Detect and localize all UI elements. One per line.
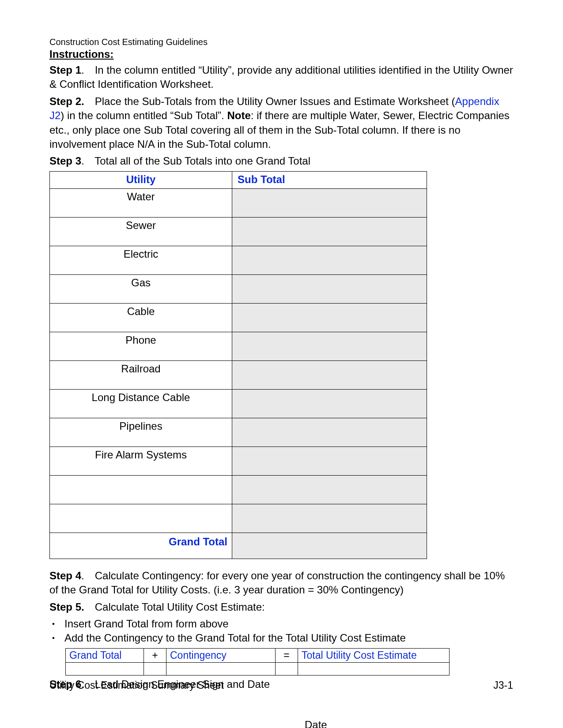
note-label: Note [227,109,250,121]
calc-total-label: Total Utility Cost Estimate [298,648,450,662]
utility-name: Fire Alarm Systems [50,447,232,475]
step-4: Step 4. Calculate Contingency: for every… [49,569,513,597]
step-1-label: Step 1 [49,64,81,76]
calc-contingency-label: Contingency [166,648,276,662]
subtotal-cell[interactable] [232,504,427,533]
subtotal-cell[interactable] [232,274,427,303]
utility-name: Cable [50,303,232,332]
step-1-text: . In the column entitled “Utility”, prov… [49,64,513,90]
subtotal-cell[interactable] [232,389,427,418]
utility-name: Gas [50,274,232,303]
calc-grand-total-label: Grand Total [66,648,144,662]
equals-operator: = [276,648,298,662]
signature-row: Date [49,719,513,728]
footer-page-number: J3-1 [493,679,513,691]
step-4-text: . Calculate Contingency: for every one y… [49,570,505,596]
calc-total-value[interactable] [298,662,450,675]
subtotal-cell[interactable] [232,217,427,246]
subtotal-cell[interactable] [232,188,427,217]
blank-cell [144,662,166,675]
step-2-text-b: ) in the column entitled “Sub Total”. [60,109,227,121]
subtotal-cell[interactable] [232,475,427,504]
calc-grand-total-value[interactable] [66,662,144,675]
calc-contingency-value[interactable] [166,662,276,675]
step-5-bullets: Insert Grand Total from form above Add t… [49,617,513,645]
step-3: Step 3. Total all of the Sub Totals into… [49,154,513,168]
bullet-item: Add the Contingency to the Grand Total f… [49,631,513,645]
subtotal-cell[interactable] [232,360,427,389]
utility-name: Sewer [50,217,232,246]
date-label: Date [305,719,327,728]
col-header-subtotal: Sub Total [232,171,427,188]
subtotal-cell[interactable] [232,246,427,274]
blank-cell [276,662,298,675]
step-3-text: . Total all of the Sub Totals into one G… [81,155,310,167]
subtotal-cell[interactable] [232,447,427,475]
utility-subtotal-table: Utility Sub Total Water Sewer Electric G… [49,171,427,559]
instructions-heading: Instructions: [49,48,513,60]
step-2-text-a: Place the Sub-Totals from the Utility Ow… [84,95,455,107]
calculation-table: Grand Total + Contingency = Total Utilit… [65,648,450,675]
subtotal-cell[interactable] [232,332,427,360]
col-header-utility: Utility [50,171,232,188]
footer-title: Utility Cost Estimation Summary Sheet [49,679,224,691]
step-2-label: Step 2. [49,95,84,107]
step-2: Step 2. Place the Sub-Totals from the Ut… [49,94,513,152]
page-footer: Utility Cost Estimation Summary Sheet J3… [49,679,513,691]
utility-name: Railroad [50,360,232,389]
grand-total-label: Grand Total [50,533,232,559]
grand-total-cell[interactable] [232,533,427,559]
signature-line[interactable] [49,721,297,728]
step-1: Step 1. In the column entitled “Utility”… [49,63,513,92]
utility-name: Electric [50,246,232,274]
subtotal-cell[interactable] [232,418,427,447]
utility-name: Water [50,188,232,217]
document-header: Construction Cost Estimating Guidelines [49,37,513,47]
date-line[interactable] [335,721,410,728]
plus-operator: + [144,648,166,662]
utility-name: Phone [50,332,232,360]
step-3-label: Step 3 [49,155,81,167]
step-5: Step 5. Calculate Total Utility Cost Est… [49,600,513,614]
step-4-label: Step 4 [49,570,81,582]
utility-name: Long Distance Cable [50,389,232,418]
bullet-item: Insert Grand Total from form above [49,617,513,631]
step-5-label: Step 5. [49,601,84,613]
step-5-text: Calculate Total Utility Cost Estimate: [84,601,265,613]
utility-name[interactable] [50,504,232,533]
subtotal-cell[interactable] [232,303,427,332]
utility-name: Pipelines [50,418,232,447]
utility-name[interactable] [50,475,232,504]
